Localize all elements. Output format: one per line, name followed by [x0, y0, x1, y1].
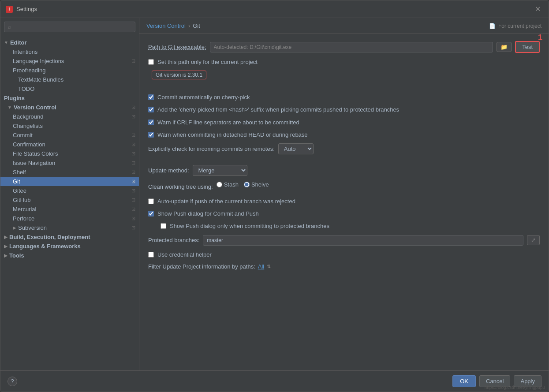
set-path-label: Set this path only for the current proje… [157, 58, 258, 66]
expand-arrow-svn: ▶ [13, 225, 16, 230]
set-path-checkbox[interactable] [148, 59, 154, 65]
sidebar-item-editor[interactable]: ▼ Editor [0, 38, 139, 47]
credential-checkbox[interactable] [148, 252, 154, 258]
sidebar-item-tools[interactable]: ▶ Tools [0, 251, 139, 260]
expand-arrow-vc: ▼ [7, 105, 12, 110]
show-push-protected-checkbox[interactable] [161, 223, 166, 229]
expand-arrow-langs: ▶ [4, 244, 7, 249]
path-input[interactable] [210, 42, 493, 52]
sidebar-item-label: Perforce [13, 215, 34, 222]
sidebar-item-label: Language Injections [13, 58, 64, 64]
sidebar-item-plugins[interactable]: Plugins [0, 93, 139, 103]
cherry-hash-checkbox[interactable] [148, 107, 154, 112]
sidebar-item-label: Shelf [13, 169, 26, 175]
breadcrumb-separator: › [188, 22, 190, 29]
show-push-protected-row: Show Push dialog only when committing to… [148, 222, 540, 230]
auto-update-row: Auto-update if push of the current branc… [148, 198, 540, 205]
sidebar-item-label: File Status Colors [13, 150, 58, 157]
incoming-commits-select[interactable]: Auto Always Never [278, 143, 314, 154]
sidebar-item-label: Commit [13, 132, 33, 138]
sidebar-item-label: Confirmation [13, 141, 45, 148]
copy-icon: ⊡ [131, 188, 135, 194]
copy-icon: ⊡ [131, 105, 135, 110]
crlf-checkbox[interactable] [148, 119, 154, 125]
credential-label: Use credential helper [157, 251, 212, 259]
shelve-radio[interactable] [244, 182, 250, 187]
set-path-row: Set this path only for the current proje… [148, 58, 540, 66]
sidebar-item-label: Subversion [18, 224, 47, 231]
sidebar-item-textmate-bundles[interactable]: TextMate Bundles [0, 75, 139, 84]
update-method-select[interactable]: Merge Rebase Branch Default [193, 165, 247, 176]
path-label: Path to Git executable: [148, 44, 206, 50]
cherry-hash-label: Add the 'cherry-picked from <hash>' suff… [157, 106, 399, 114]
cherry-pick-checkbox[interactable] [148, 94, 154, 100]
close-button[interactable]: ✕ [532, 4, 543, 14]
test-button[interactable]: Test [515, 41, 540, 53]
sidebar-item-mercurial[interactable]: Mercurial ⊡ [0, 205, 139, 214]
sidebar-item-build-execution[interactable]: ▶ Build, Execution, Deployment [0, 232, 139, 242]
sidebar-item-label: Proofreading [13, 67, 45, 74]
auto-update-label: Auto-update if push of the current branc… [157, 198, 295, 205]
sidebar-item-language-injections[interactable]: Language Injections ⊡ [0, 56, 139, 66]
sidebar-item-background[interactable]: Background ⊡ [0, 112, 139, 121]
protected-branches-label: Protected branches: [148, 237, 199, 243]
copy-icon: ⊡ [131, 197, 135, 203]
bottom-bar: ? OK Cancel Apply [0, 370, 549, 392]
update-method-row: Update method: Merge Rebase Branch Defau… [148, 165, 540, 176]
detached-row: Warn when committing in detached HEAD or… [148, 131, 540, 139]
expand-button[interactable]: ⤢ [527, 235, 540, 245]
watermark: https://blog.csdn.net/yilingpupu [485, 385, 545, 390]
sidebar-item-todo[interactable]: TODO [0, 84, 139, 93]
folder-button[interactable]: 📁 [497, 42, 512, 52]
cherry-hash-row: Add the 'cherry-picked from <hash>' suff… [148, 106, 540, 114]
sidebar-item-file-status-colors[interactable]: File Status Colors ⊡ [0, 149, 139, 158]
app-icon: i [6, 6, 13, 13]
filter-value-link[interactable]: All [258, 263, 264, 270]
sidebar-item-proofreading[interactable]: Proofreading [0, 66, 139, 75]
help-button[interactable]: ? [7, 377, 17, 386]
copy-icon: ⊡ [131, 225, 135, 231]
shelve-radio-row: Shelve [244, 181, 269, 188]
bottom-bar-left: ? [7, 377, 17, 386]
search-box [0, 18, 139, 36]
dialog-title: Settings [16, 6, 37, 12]
doc-icon: 📄 [489, 23, 496, 29]
sidebar-item-perforce[interactable]: Perforce ⊡ [0, 214, 139, 223]
sidebar-item-label: Tools [9, 252, 24, 259]
sidebar-item-subversion[interactable]: ▶ Subversion ⊡ [0, 223, 139, 232]
expand-icon: ⤢ [531, 237, 536, 243]
sidebar-item-label: Build, Execution, Deployment [9, 234, 90, 240]
sidebar-item-intentions[interactable]: Intentions [0, 47, 139, 56]
crlf-label: Warn if CRLF line separators are about t… [157, 119, 299, 127]
sidebar-item-commit[interactable]: Commit ⊡ [0, 131, 139, 140]
content-scroll: Path to Git executable: 📁 Test 1 Set thi… [139, 34, 549, 370]
protected-branches-input[interactable] [203, 235, 523, 246]
sidebar-item-shelf[interactable]: Shelf ⊡ [0, 168, 139, 177]
sidebar-item-git[interactable]: Git ⊡ [0, 177, 139, 186]
sidebar-item-label: Issue Navigation [13, 160, 55, 166]
sidebar-item-label: TODO [18, 86, 34, 92]
ok-button[interactable]: OK [452, 375, 476, 387]
sidebar-item-issue-navigation[interactable]: Issue Navigation ⊡ [0, 158, 139, 168]
incoming-commits-label: Explicitly check for incoming commits on… [148, 146, 275, 152]
copy-icon: ⊡ [131, 132, 135, 138]
sidebar-item-changelists[interactable]: Changelists [0, 121, 139, 131]
show-push-checkbox[interactable] [148, 211, 154, 217]
sidebar-item-github[interactable]: GitHub ⊡ [0, 195, 139, 205]
search-input[interactable] [4, 22, 135, 32]
sidebar-item-version-control[interactable]: ▼ Version Control ⊡ [0, 103, 139, 112]
credential-row: Use credential helper [148, 251, 540, 259]
breadcrumb-parent[interactable]: Version Control [146, 22, 186, 29]
sidebar-item-label: Mercurial [13, 206, 36, 213]
clean-tree-label: Clean working tree using: [148, 183, 213, 190]
sidebar-item-languages-frameworks[interactable]: ▶ Languages & Frameworks [0, 242, 139, 251]
expand-arrow-editor: ▼ [4, 40, 8, 45]
main-content: ▼ Editor Intentions Language Injections … [0, 18, 549, 370]
breadcrumb-current: Git [193, 22, 200, 29]
auto-update-checkbox[interactable] [148, 198, 154, 204]
sidebar-item-gitee[interactable]: Gitee ⊡ [0, 186, 139, 195]
sidebar: ▼ Editor Intentions Language Injections … [0, 18, 139, 370]
stash-radio[interactable] [217, 182, 222, 187]
detached-checkbox[interactable] [148, 132, 154, 138]
sidebar-item-confirmation[interactable]: Confirmation ⊡ [0, 140, 139, 149]
